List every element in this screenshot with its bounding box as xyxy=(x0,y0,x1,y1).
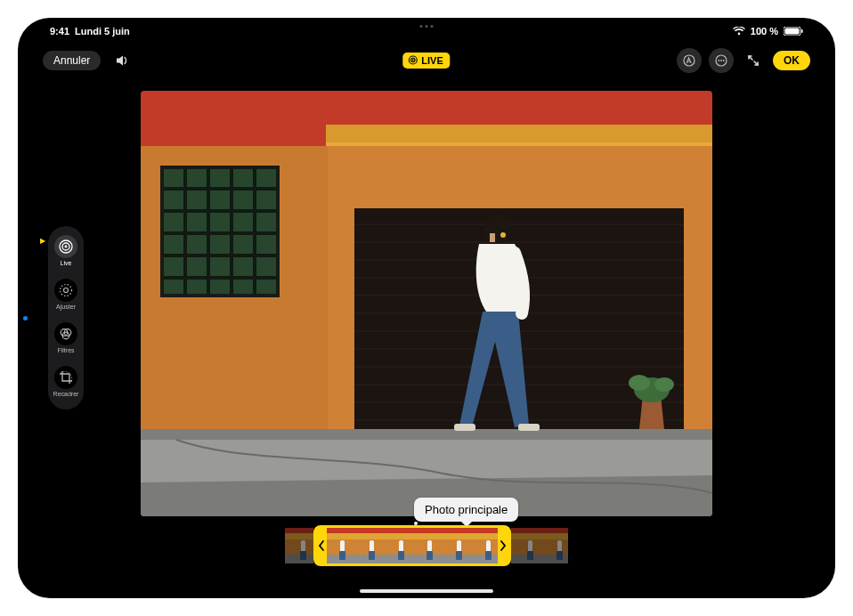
live-badge[interactable]: LIVE xyxy=(402,53,450,69)
rail-item-live[interactable]: Live xyxy=(54,235,77,266)
wifi-icon xyxy=(733,27,745,36)
filmstrip-frame[interactable] xyxy=(441,528,469,563)
svg-point-8 xyxy=(718,60,719,61)
svg-rect-56 xyxy=(518,424,540,431)
rail-active-caret-icon: ▶ xyxy=(40,237,45,245)
trim-handle-right[interactable] xyxy=(498,528,508,563)
rail-label: Ajuster xyxy=(56,304,76,310)
status-date: Lundi 5 juin xyxy=(75,26,130,36)
markup-icon[interactable] xyxy=(677,48,702,73)
adjust-icon xyxy=(54,279,77,302)
rail-item-crop[interactable]: Recadrer xyxy=(53,366,79,397)
live-mode-icon xyxy=(54,235,77,258)
svg-point-53 xyxy=(484,215,509,244)
live-photo-filmstrip xyxy=(285,525,568,566)
trim-range xyxy=(313,525,511,566)
status-time: 9:41 xyxy=(50,26,69,36)
status-bar: 9:41 Lundi 5 juin 100 % xyxy=(18,18,835,41)
svg-point-5 xyxy=(412,60,414,61)
key-photo-tooltip: Photo principale xyxy=(414,498,518,522)
svg-point-57 xyxy=(500,232,506,238)
svg-point-15 xyxy=(64,288,69,293)
home-indicator[interactable] xyxy=(360,589,493,593)
battery-icon xyxy=(784,27,803,36)
filters-icon xyxy=(54,322,77,345)
edit-toolbar: Annuler LIVE OK xyxy=(18,46,835,75)
status-battery: 100 % xyxy=(751,26,778,36)
svg-point-10 xyxy=(723,60,725,61)
photo-preview[interactable] xyxy=(141,91,712,516)
tooltip-label: Photo principale xyxy=(425,503,508,516)
filmstrip-frame[interactable] xyxy=(327,528,355,563)
rail-label: Recadrer xyxy=(53,391,79,397)
svg-point-9 xyxy=(720,60,722,61)
crop-icon xyxy=(54,366,77,389)
svg-point-52 xyxy=(654,377,674,392)
fullscreen-icon[interactable] xyxy=(741,48,766,73)
filmstrip-frame[interactable] xyxy=(412,528,441,563)
filmstrip-frame[interactable] xyxy=(540,528,568,563)
rail-item-adjust[interactable]: Ajuster xyxy=(54,279,77,310)
rail-label: Filtres xyxy=(57,347,74,353)
cancel-button[interactable]: Annuler xyxy=(43,51,101,70)
filmstrip-frame-selected[interactable] xyxy=(469,528,498,563)
svg-rect-1 xyxy=(785,28,800,35)
rail-item-filters[interactable]: Filtres xyxy=(54,322,77,353)
svg-point-6 xyxy=(684,55,695,66)
ipad-photo-edit-screen: 9:41 Lundi 5 juin 100 % Annuler LIVE xyxy=(18,18,835,598)
svg-point-14 xyxy=(61,285,72,296)
rail-label: Live xyxy=(61,260,72,266)
more-icon[interactable] xyxy=(709,48,734,73)
volume-icon[interactable] xyxy=(110,48,134,73)
filmstrip-frame[interactable] xyxy=(285,528,313,563)
done-button[interactable]: OK xyxy=(773,51,810,70)
svg-rect-2 xyxy=(801,29,803,33)
filmstrip-frame[interactable] xyxy=(384,528,412,563)
svg-point-13 xyxy=(65,246,68,248)
side-indicator-icon xyxy=(23,316,28,320)
multitask-indicator[interactable] xyxy=(420,25,434,28)
filmstrip-frame[interactable] xyxy=(511,528,540,563)
svg-rect-55 xyxy=(454,424,475,431)
svg-rect-54 xyxy=(490,233,495,242)
svg-rect-49 xyxy=(141,429,712,440)
edit-tool-rail: Live Ajuster Filtres Recadrer xyxy=(48,226,84,409)
svg-point-51 xyxy=(629,375,650,391)
trim-handle-left[interactable] xyxy=(316,528,327,563)
live-label: LIVE xyxy=(421,55,443,66)
filmstrip-frame[interactable] xyxy=(355,528,384,563)
